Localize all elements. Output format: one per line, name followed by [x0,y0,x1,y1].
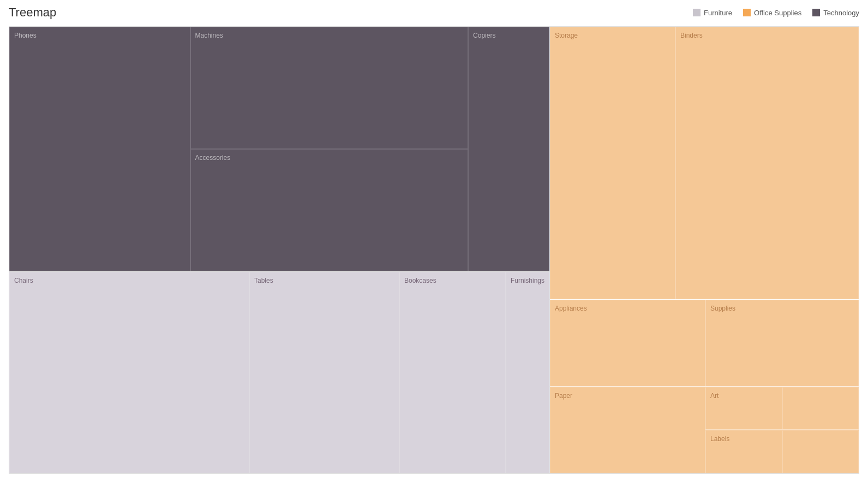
phones-cell[interactable]: Phones [9,27,190,271]
tech-furniture-panel: Phones Machines Accessories Copiers [9,27,549,473]
office-middle-row: Appliances Supplies [550,300,859,387]
phones-label: Phones [14,32,37,39]
labels-label: Labels [710,435,729,443]
office-top-row: Storage Binders [550,27,859,300]
technology-label: Technology [823,9,859,17]
chairs-label: Chairs [14,277,33,284]
accessories-cell[interactable]: Accessories [190,149,469,271]
technology-section: Phones Machines Accessories Copiers [9,27,549,272]
furniture-swatch [693,9,701,16]
furniture-section: Chairs Tables Bookcases Furnishings [9,272,549,473]
tables-cell[interactable]: Tables [249,272,399,473]
header: Treemap Furniture Office Supplies Techno… [9,5,859,20]
legend-item-office-supplies: Office Supplies [743,9,801,17]
labels-cell[interactable]: Labels [705,430,782,473]
appliances-cell[interactable]: Appliances [550,300,705,386]
labels-right-cell[interactable] [782,430,859,473]
office-supplies-swatch [743,9,751,16]
storage-cell[interactable]: Storage [550,27,675,299]
art-right-cell[interactable] [782,387,859,430]
technology-swatch [812,9,820,16]
treemap: Phones Machines Accessories Copiers [9,26,859,474]
tech-right-column: Machines Accessories [190,27,469,271]
paper-cell[interactable]: Paper [550,387,705,474]
copiers-label: Copiers [473,32,495,39]
supplies-cell[interactable]: Supplies [705,300,859,386]
storage-label: Storage [555,32,578,39]
copiers-cell[interactable]: Copiers [468,27,549,271]
supplies-label: Supplies [710,305,735,312]
art-row: Art [705,387,859,431]
art-labels-column: Art Labels [705,387,859,474]
page: Treemap Furniture Office Supplies Techno… [0,0,868,479]
office-supplies-panel: Storage Binders Appliances Supplies Pape… [549,27,859,473]
furnishings-cell[interactable]: Furnishings [506,272,549,473]
furnishings-label: Furnishings [511,277,544,284]
tables-label: Tables [254,277,273,284]
bookcases-label: Bookcases [404,277,436,284]
furniture-label: Furniture [704,9,732,17]
labels-row: Labels [705,430,859,473]
office-supplies-label: Office Supplies [754,9,801,17]
legend-item-technology: Technology [812,9,859,17]
paper-label: Paper [555,392,572,400]
binders-cell[interactable]: Binders [675,27,859,299]
chairs-cell[interactable]: Chairs [9,272,249,473]
legend-item-furniture: Furniture [693,9,732,17]
machines-label: Machines [195,32,223,39]
binders-label: Binders [680,32,703,39]
appliances-label: Appliances [555,305,587,312]
legend: Furniture Office Supplies Technology [693,9,859,17]
machines-cell[interactable]: Machines [190,27,469,149]
page-title: Treemap [9,5,56,20]
office-bottom-row: Paper Art Labels [550,387,859,474]
bookcases-cell[interactable]: Bookcases [399,272,506,473]
art-cell[interactable]: Art [705,387,782,430]
accessories-label: Accessories [195,154,231,162]
art-label: Art [710,392,719,400]
